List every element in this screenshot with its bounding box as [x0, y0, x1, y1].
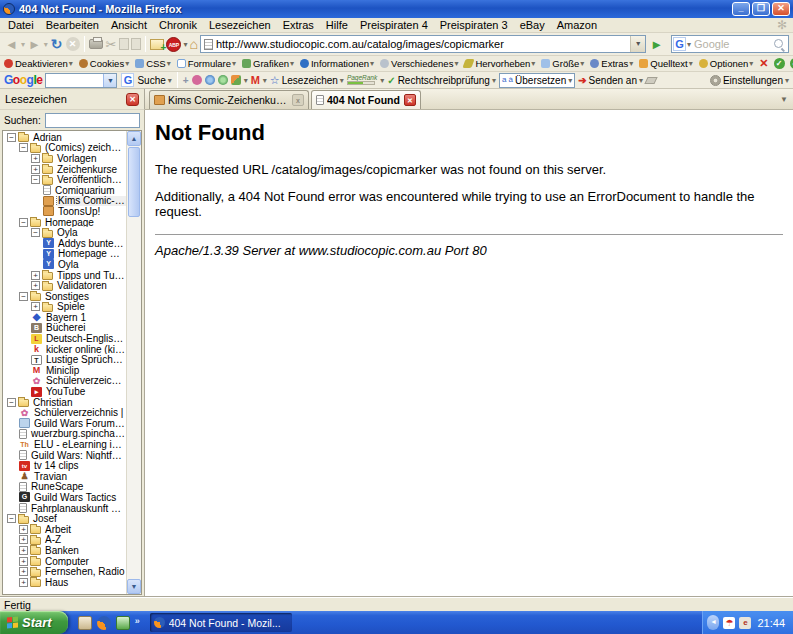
tree-item-tv-14-clips[interactable]: tv 14 clips — [3, 460, 126, 471]
webdev-outline-menu[interactable]: Hervorheben▾ — [464, 58, 535, 69]
dropdown-icon[interactable]: ▾ — [454, 59, 458, 68]
search-engine-icon[interactable]: G — [673, 37, 686, 51]
tree-item-homepage-bearbeiten[interactable]: Homepage bearbeiten — [3, 249, 126, 260]
mail-app-icon[interactable] — [78, 616, 92, 630]
translate-dropdown-icon[interactable]: ▾ — [568, 76, 572, 85]
tree-item-tipps-und-tutorials[interactable]: +Tipps und Tutorials — [3, 270, 126, 281]
dropdown-icon[interactable]: ▾ — [232, 59, 236, 68]
webdev-images-menu[interactable]: Grafiken▾ — [242, 58, 294, 69]
tree-item-runescape[interactable]: RuneScape — [3, 482, 126, 493]
search-input[interactable]: Google — [691, 38, 773, 50]
sidebar-scrollbar[interactable]: ▲ ▼ — [126, 131, 141, 594]
menu-item-amazon[interactable]: Amazon — [551, 19, 603, 31]
settings-button[interactable]: Einstellungen ▾ — [723, 75, 789, 86]
expand-icon[interactable]: + — [19, 546, 28, 555]
menu-item-ansicht[interactable]: Ansicht — [105, 19, 153, 31]
expand-icon[interactable]: + — [31, 165, 40, 174]
app-launcher-icon[interactable] — [116, 616, 130, 630]
apps-dropdown-icon[interactable]: ▾ — [244, 76, 248, 85]
tree-item-comiquarium[interactable]: Comiquarium — [3, 185, 126, 196]
scroll-up-icon[interactable]: ▲ — [127, 131, 141, 146]
tree-item-arbeit[interactable]: +Arbeit — [3, 524, 126, 535]
pagerank-widget[interactable]: PageRank — [347, 75, 377, 85]
url-text[interactable]: http://www.studiocopic.com.au/catalog/im… — [216, 38, 630, 50]
cut-button[interactable]: ✂ — [105, 36, 118, 53]
expand-icon[interactable]: + — [19, 525, 28, 534]
webdev-info-menu[interactable]: Informationen▾ — [300, 58, 374, 69]
expand-icon[interactable]: + — [19, 557, 28, 566]
dropdown-icon[interactable]: ▾ — [167, 59, 171, 68]
tree-item-haus[interactable]: +Haus — [3, 577, 126, 588]
tree-item-youtube[interactable]: YouTube — [3, 386, 126, 397]
dropdown-icon[interactable]: ▾ — [69, 59, 73, 68]
google-bookmarks-button[interactable]: ☆ Lesezeichen ▾ — [270, 74, 344, 87]
google-search-input[interactable]: ▼ — [45, 73, 117, 88]
tree-item-kicker-online-kicker-aktuell[interactable]: kicker online (kicker aktuell) — [3, 344, 126, 355]
tree-item-zeichenkurse[interactable]: +Zeichenkurse — [3, 164, 126, 175]
dropdown-icon[interactable]: ▾ — [749, 59, 753, 68]
stop-button[interactable]: ✕ — [66, 37, 80, 51]
minimize-button[interactable]: _ — [732, 2, 750, 16]
dropdown-icon[interactable]: ▾ — [125, 59, 129, 68]
collapse-icon[interactable]: − — [7, 398, 16, 407]
bookmarks-dropdown-icon[interactable]: ▾ — [340, 76, 344, 85]
print-button[interactable] — [89, 39, 103, 49]
tree-item-validatoren[interactable]: +Validatoren — [3, 280, 126, 291]
tree-item-toonsup[interactable]: ToonsUp! — [3, 206, 126, 217]
reload-button[interactable]: ↻ — [50, 36, 64, 53]
collapse-icon[interactable]: − — [19, 143, 28, 152]
tree-item-addys-bunte-welt[interactable]: Addys bunte Welt — [3, 238, 126, 249]
expand-icon[interactable]: + — [19, 567, 28, 576]
gmail-dropdown-icon[interactable]: ▾ — [263, 76, 267, 85]
tree-item-kims-comic-zeichenk[interactable]: Kims Comic-Zeichenk... — [3, 196, 126, 207]
collapse-icon[interactable]: − — [7, 514, 16, 523]
dropdown-icon[interactable]: ▾ — [290, 59, 294, 68]
collapse-icon[interactable]: − — [7, 133, 16, 142]
tree-item-guild-wars-forum-powered[interactable]: Guild Wars Forum - Powered ... — [3, 418, 126, 429]
tree-item-travian[interactable]: Travian — [3, 471, 126, 482]
collapse-icon[interactable]: − — [31, 175, 40, 184]
tree-item-fahrplanauskunft-wvv[interactable]: Fahrplanauskunft wvv — [3, 503, 126, 514]
expand-icon[interactable]: + — [31, 154, 40, 163]
quicklaunch-overflow-icon[interactable]: » — [135, 616, 140, 630]
tab-close-icon[interactable]: ✕ — [404, 94, 416, 106]
tray-chevron-icon[interactable]: ◂ — [707, 615, 719, 630]
tree-item-miniclip[interactable]: Miniclip — [3, 365, 126, 376]
forward-dropdown-icon[interactable]: ▾ — [44, 40, 48, 49]
webdev-css-menu[interactable]: CSS▾ — [135, 58, 171, 69]
tree-item-bayern-1[interactable]: Bayern 1 — [3, 312, 126, 323]
search-box[interactable]: G ▾ Google — [671, 35, 789, 53]
send-to-dropdown-icon[interactable]: ▾ — [639, 76, 643, 85]
tree-item-oyla[interactable]: −Oyla — [3, 227, 126, 238]
send-to-button[interactable]: ➔ Senden an ▾ — [578, 75, 643, 86]
apps-icon[interactable] — [231, 75, 241, 85]
paste-button[interactable] — [131, 38, 141, 50]
sidebar-search-input[interactable] — [45, 113, 140, 128]
tab-2[interactable]: 404 Not Found✕ — [311, 90, 421, 109]
tree-item-spiele[interactable]: +Spiele — [3, 302, 126, 313]
collapse-icon[interactable]: − — [19, 292, 28, 301]
collapse-icon[interactable]: − — [19, 218, 28, 227]
menu-item-extras[interactable]: Extras — [277, 19, 320, 31]
taskbar-window-button[interactable]: 404 Not Found - Mozil... — [150, 613, 292, 632]
eraser-icon[interactable] — [644, 77, 657, 84]
menu-item-chronik[interactable]: Chronik — [153, 19, 203, 31]
restore-button[interactable]: ❐ — [752, 2, 770, 16]
menu-item-datei[interactable]: Datei — [2, 19, 40, 31]
menu-item-preispiraten-4[interactable]: Preispiraten 4 — [354, 19, 434, 31]
menu-item-ebay[interactable]: eBay — [514, 19, 551, 31]
tree-item-homepage[interactable]: −Homepage — [3, 217, 126, 228]
tree-item-adrian[interactable]: −Adrian — [3, 132, 126, 143]
sidebar-close-button[interactable]: ✕ — [126, 93, 139, 106]
list-all-tabs-icon[interactable]: ▼ — [775, 95, 793, 104]
adblock-plus-button[interactable]: ABP — [166, 37, 181, 52]
new-tab-button[interactable] — [150, 39, 164, 50]
tree-item-a-z[interactable]: +A-Z — [3, 535, 126, 546]
tree-item-lustige-sprüche-und-artikel[interactable]: Lustige Sprüche und Artikel — [3, 354, 126, 365]
webdev-cookies-menu[interactable]: Cookies▾ — [79, 58, 129, 69]
go-button[interactable]: ► — [648, 37, 665, 52]
avira-tray-icon[interactable]: ☂ — [723, 617, 735, 629]
collapse-icon[interactable]: − — [31, 228, 40, 237]
back-dropdown-icon[interactable]: ▾ — [21, 40, 25, 49]
forward-button[interactable]: ► — [27, 36, 42, 53]
